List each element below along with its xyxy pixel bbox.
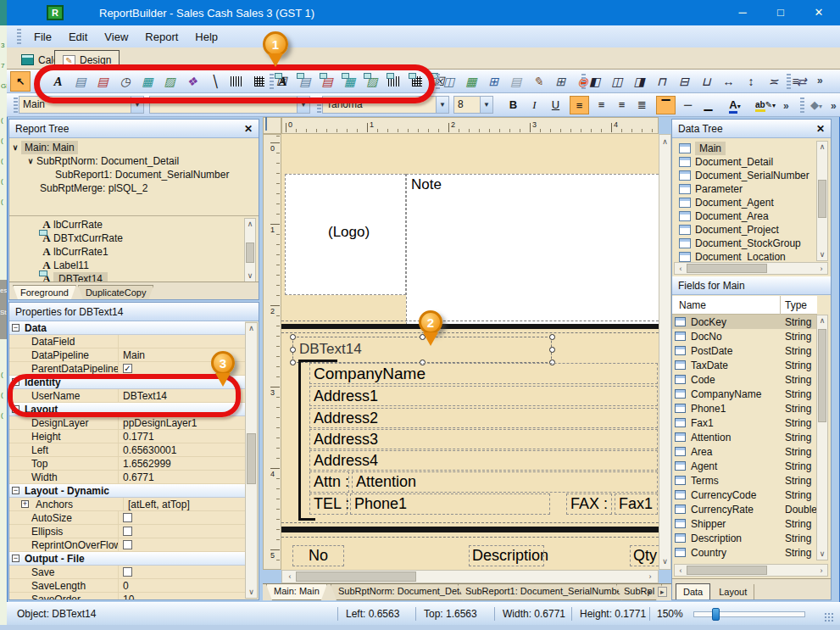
object-item[interactable]: AlbCurrRate: [40, 218, 243, 231]
checkbox-unchecked-icon[interactable]: [123, 567, 132, 577]
property-row[interactable]: Ellipsis: [9, 525, 245, 538]
region-tool-icon[interactable]: ◫: [439, 71, 459, 92]
crosstab-tool-icon[interactable]: ⊞: [484, 71, 503, 92]
field-row[interactable]: DescriptionString: [672, 531, 817, 545]
property-group-layout-dynamic[interactable]: −Layout - Dynamic: [9, 484, 245, 498]
checkbox-unchecked-icon[interactable]: [123, 540, 132, 549]
space-horizontal-icon[interactable]: ↔: [719, 71, 738, 92]
toolbar-grip[interactable]: [787, 74, 791, 89]
subreport-tool-icon[interactable]: ▦: [461, 71, 481, 92]
field-row[interactable]: ShipperString: [672, 516, 817, 531]
field-row[interactable]: CountryString: [672, 545, 817, 560]
menu-item-help[interactable]: Help: [187, 28, 225, 46]
scroll-down-icon[interactable]: ∨: [246, 587, 257, 598]
toolbar-grip[interactable]: [17, 29, 21, 44]
scroll-down-icon[interactable]: ∨: [659, 556, 670, 567]
field-row[interactable]: DocNoString: [672, 329, 817, 343]
checkbox-unchecked-icon[interactable]: [123, 513, 132, 522]
chevron-down-icon[interactable]: ▼: [436, 97, 448, 113]
tel-label[interactable]: TEL :: [309, 493, 348, 515]
field-row[interactable]: Phone1String: [672, 401, 817, 415]
field-row[interactable]: TermsString: [672, 473, 817, 488]
property-group-output-file[interactable]: −Output - File: [9, 552, 245, 566]
close-icon[interactable]: ✕: [806, 5, 832, 20]
property-row[interactable]: DataPipelineMain: [9, 348, 245, 362]
scrollbar-vertical[interactable]: ∧ ∨: [244, 218, 256, 282]
chevron-down-icon[interactable]: ∨: [9, 143, 21, 152]
scroll-right-icon[interactable]: ›: [815, 565, 827, 576]
field-row[interactable]: Fax1String: [672, 415, 817, 430]
grid-tool-icon[interactable]: ⊞: [551, 71, 570, 92]
tab-duplicatecopy[interactable]: DuplicateCopy: [78, 285, 154, 299]
data-tree-item[interactable]: Document_Area: [679, 209, 815, 223]
no-column-label[interactable]: No: [292, 545, 344, 566]
address4-field[interactable]: Address4: [309, 450, 658, 471]
scrollbar-horizontal[interactable]: ‹ ›: [674, 564, 828, 577]
checkbox-checked-icon[interactable]: ✓: [123, 364, 132, 373]
property-row[interactable]: Width0.6771: [9, 471, 245, 484]
pagebreak-tool-icon[interactable]: ▤: [506, 71, 526, 92]
field-row[interactable]: CurrencyRateDouble: [672, 502, 817, 516]
property-row[interactable]: SaveOrder10: [9, 593, 245, 599]
property-row[interactable]: AutoSize: [9, 511, 245, 525]
field-row[interactable]: AreaString: [672, 444, 817, 459]
property-row-anchors[interactable]: +Anchors[atLeft, atTop]: [9, 498, 245, 511]
collapse-icon[interactable]: −: [12, 324, 19, 332]
field-row[interactable]: AttentionString: [672, 430, 817, 444]
scroll-left-icon[interactable]: ‹: [284, 571, 296, 583]
chevron-down-icon[interactable]: ∨: [25, 157, 36, 165]
zoom-slider-track[interactable]: [693, 611, 805, 617]
toolbar-grip[interactable]: [14, 98, 18, 113]
note-box[interactable]: Note: [406, 174, 659, 325]
data-tree-item[interactable]: Document_SerialNumber: [679, 169, 815, 182]
object-item[interactable]: AlbCurrRate1: [40, 245, 243, 259]
italic-button[interactable]: I: [525, 96, 544, 114]
scrollbar-vertical[interactable]: ∧ ∨: [816, 315, 828, 560]
scroll-thumb[interactable]: [687, 264, 767, 273]
toolbar-overflow-icon[interactable]: »: [783, 100, 789, 112]
fax1-field[interactable]: Fax1: [615, 493, 658, 515]
tree-node-subreport1[interactable]: SubReport1: Document_SerialNumber: [9, 168, 259, 181]
scrollbar-vertical[interactable]: ∧ ∨: [245, 322, 258, 599]
data-tree-item[interactable]: Parameter: [679, 182, 815, 196]
page-tab-subreport1[interactable]: SubReport1: Document_SerialNumber: [458, 584, 632, 600]
scroll-up-icon[interactable]: ∧: [245, 219, 255, 230]
checkbox-unchecked-icon[interactable]: [123, 527, 132, 536]
size-tool-icon[interactable]: ≍: [764, 71, 783, 92]
address1-field[interactable]: Address1: [309, 386, 658, 406]
canvas-scrollbar-vertical[interactable]: ∧ ∨: [659, 134, 671, 570]
fax-label[interactable]: FAX :: [566, 493, 612, 515]
field-row-selected[interactable]: DocKeyString: [672, 315, 817, 329]
text-align-right-icon[interactable]: ≡: [612, 96, 631, 114]
menu-item-file[interactable]: File: [26, 28, 59, 46]
resize-handle[interactable]: [290, 334, 296, 340]
property-row[interactable]: Save: [9, 566, 245, 579]
company-name-field[interactable]: CompanyName: [309, 363, 658, 384]
text-align-justify-icon[interactable]: ≣: [632, 96, 652, 114]
scroll-down-icon[interactable]: ∨: [245, 270, 255, 282]
font-size-combo[interactable]: 8 ▼: [453, 96, 493, 114]
property-group-data[interactable]: −Data: [9, 321, 245, 335]
toolbar-overflow-icon[interactable]: »: [817, 75, 823, 86]
tree-node-subrptnorm[interactable]: ∨ SubRptNorm: Document_Detail: [9, 154, 259, 168]
tab-data[interactable]: Data: [676, 583, 710, 599]
page-tab-main[interactable]: Main: Main: [266, 584, 327, 600]
attn-label[interactable]: Attn :: [309, 471, 349, 493]
property-row[interactable]: Height0.1771: [9, 430, 245, 443]
property-row[interactable]: DesignLayerppDesignLayer1: [9, 416, 245, 430]
scroll-up-icon[interactable]: ∧: [817, 142, 827, 153]
property-row[interactable]: ReprintOnOverFlow: [9, 538, 245, 552]
scroll-up-icon[interactable]: ∧: [659, 137, 670, 148]
resize-grip[interactable]: [824, 612, 835, 622]
attention-field[interactable]: Attention: [352, 471, 658, 493]
scroll-thumb[interactable]: [247, 433, 256, 484]
format-brush-tool-icon[interactable]: ✎: [528, 71, 548, 92]
align-left-icon[interactable]: ◧: [585, 71, 604, 92]
font-color-icon[interactable]: A▾: [722, 96, 748, 114]
scroll-thumb[interactable]: [246, 243, 254, 263]
logo-box[interactable]: (Logo): [285, 174, 406, 295]
maximize-icon[interactable]: □: [768, 5, 793, 20]
close-icon[interactable]: ✕: [816, 123, 825, 135]
address2-field[interactable]: Address2: [309, 408, 658, 428]
align-middle-icon[interactable]: ⊟: [674, 71, 693, 92]
